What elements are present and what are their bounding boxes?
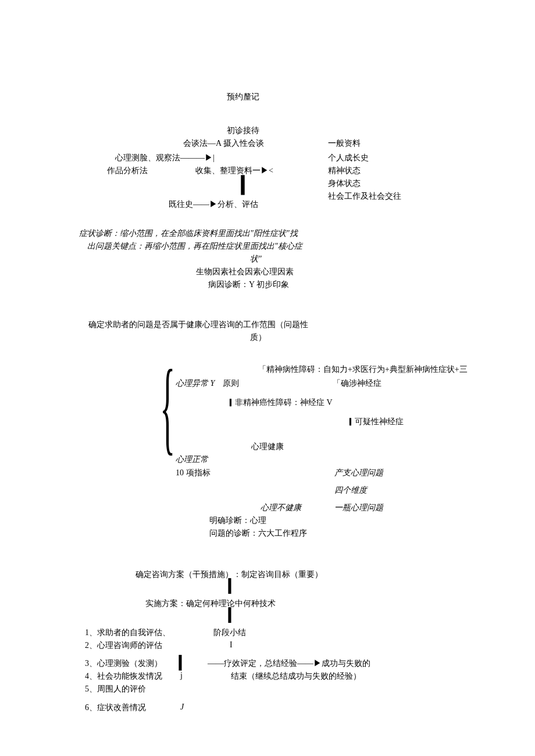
s5-e4: 4、社会功能恢发情况 <box>85 671 162 682</box>
s5-midtop-bar: I <box>230 640 233 650</box>
s5-e2: 2、心理咨询师的评估 <box>85 640 162 651</box>
s4-topright: 「精神病性障碍：自知力+求医行为+典型新神病性症状+三 <box>258 364 468 375</box>
s3-l1: 确定求助者的问题是否属于健康心理咨询的工作范围（问题性 <box>88 320 308 330</box>
s5-mid-j: j <box>180 671 183 680</box>
s1-collect: 收集、整理资料一▶< <box>195 166 273 176</box>
s5-e6: 6、症状改善情况 <box>85 703 146 713</box>
s1-r1: 一般资料 <box>328 138 361 149</box>
title: 预约釐记 <box>227 92 259 102</box>
s5-e1: 1、求助者的自我评估、 <box>85 628 170 638</box>
s2-l4: 生物因素社会因素心理因素 <box>196 267 294 277</box>
s5-midtop: 阶段小结 <box>213 628 246 638</box>
s1-r2: 个人成长史 <box>328 153 369 163</box>
s1-r4: 身体状态 <box>328 178 361 189</box>
s4-d2: 问题的诊断：六大工作程序 <box>209 528 307 539</box>
s4-b2r: 产支心理问题 <box>334 468 383 478</box>
s2-l5: 病因诊断：Y 初步印象 <box>208 280 289 290</box>
s5-s2: 实施方案：确定何种理论中何种技术 <box>145 599 276 609</box>
s1-header: 初诊接待 <box>227 126 259 136</box>
brace-icon: { <box>160 354 175 459</box>
s5-end: 结束（继续总结成功与失败的经验） <box>231 671 361 682</box>
s5-midbar: ▎ <box>179 655 189 671</box>
s1-method-left2: 作品分析法 <box>107 166 148 176</box>
s1-method-left1: 心理测脸、观察法———▶| <box>115 153 215 163</box>
s5-bar2: ▎ <box>229 608 238 623</box>
s2-l1: 症状诊断：缩小范围，在全部临床资料里面找出"阳性症状"找 <box>79 228 298 239</box>
s4-d1: 明确珍断：心理 <box>209 515 266 526</box>
s1-r5: 社会工作及社会交往 <box>328 191 401 202</box>
s4-a2: ▎非精神癌性障碍：神经症 V <box>227 397 333 408</box>
s1-bottom: 既往史——▶分析、评估 <box>169 199 258 210</box>
s2-l3: 状" <box>250 254 262 264</box>
s3-l2: 质） <box>250 332 266 343</box>
s4-c1: 心理不健康 <box>261 503 301 513</box>
s1-method-talk: 会谈法—A 摄入性会谈 <box>183 138 264 149</box>
s4-c1r: 一瓶心理问题 <box>334 503 383 513</box>
s5-e5: 5、周围人的评价 <box>85 684 146 694</box>
s4-b3r: 四个维度 <box>334 485 367 496</box>
s4-a1: 心理异常 Y <box>176 378 215 389</box>
s5-bar1: ▎ <box>229 579 238 594</box>
s4-b1: 心理正常 <box>176 454 208 465</box>
s4-a2b: ▎可疑性神经症 <box>347 417 404 427</box>
s5-endj: J <box>180 703 184 712</box>
s4-a1b: 原则 <box>223 378 239 389</box>
s4-b2: 10 项指标 <box>176 468 211 478</box>
s5-arrow: ——疗效评定，总结经验——▶成功与失败的 <box>208 658 370 669</box>
s4-mid: 心理健康 <box>251 442 284 452</box>
s4-a1c: 「确涉神经症 <box>333 378 381 389</box>
s2-l2: 出问题关键点：再缩小范围，再在阳性症状里面找出"核心症 <box>87 241 302 252</box>
s5-e3: 3、心理测验（发测） <box>85 658 162 669</box>
s1-r3: 精神状态 <box>328 166 361 176</box>
s1-bar: ▎ <box>241 175 254 195</box>
